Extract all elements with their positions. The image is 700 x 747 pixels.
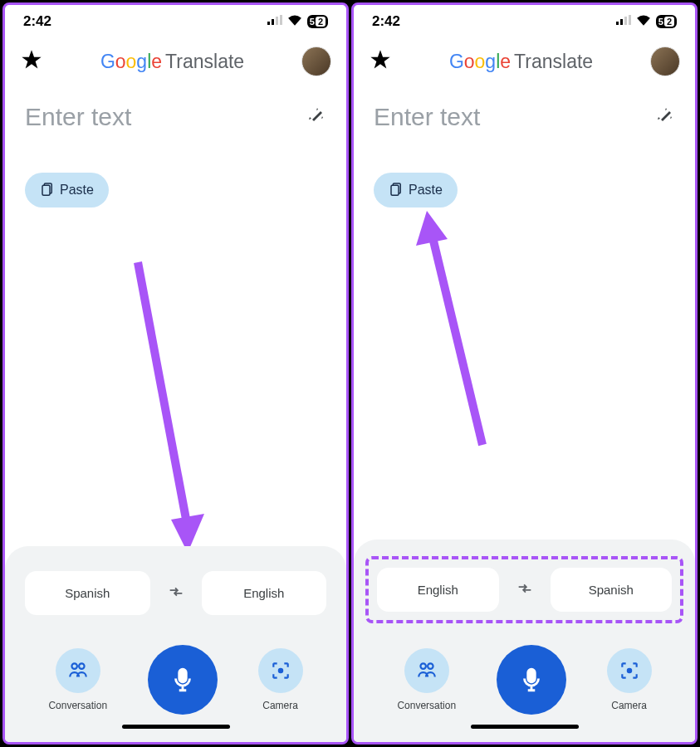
profile-avatar[interactable] <box>301 46 331 76</box>
microphone-button[interactable] <box>148 645 218 715</box>
swap-languages-button[interactable] <box>507 571 542 608</box>
swap-languages-button[interactable] <box>159 574 193 612</box>
camera-label: Camera <box>262 700 298 711</box>
input-placeholder: Enter text <box>25 103 131 131</box>
paste-button[interactable]: Paste <box>374 173 458 208</box>
cellular-signal-icon <box>616 13 631 30</box>
phone-screen-right: 2:42 52 GoogleTranslate Enter text Paste… <box>351 2 698 745</box>
svg-rect-5 <box>42 185 50 195</box>
paste-label: Paste <box>60 183 94 198</box>
status-icons: 52 <box>616 13 677 30</box>
camera-action[interactable]: Camera <box>258 648 303 711</box>
camera-icon <box>270 660 291 681</box>
home-indicator[interactable] <box>122 725 230 729</box>
svg-rect-14 <box>624 17 627 25</box>
app-logo: GoogleTranslate <box>449 51 593 73</box>
svg-point-23 <box>627 669 630 672</box>
status-time: 2:42 <box>23 13 51 30</box>
microphone-icon <box>517 666 546 694</box>
clipboard-icon <box>40 181 55 199</box>
svg-point-21 <box>428 663 433 669</box>
conversation-label: Conversation <box>48 700 107 711</box>
magic-wand-icon[interactable] <box>306 105 326 129</box>
status-bar: 2:42 52 <box>5 5 346 35</box>
svg-rect-22 <box>528 669 536 682</box>
conversation-icon <box>67 660 89 681</box>
svg-point-20 <box>420 663 426 669</box>
conversation-label: Conversation <box>397 700 456 711</box>
svg-rect-12 <box>616 22 619 25</box>
favorites-star-icon[interactable] <box>369 48 392 75</box>
svg-rect-0 <box>267 22 270 25</box>
camera-label: Camera <box>611 700 647 711</box>
swap-icon <box>516 579 534 598</box>
target-language-button[interactable]: English <box>202 571 327 615</box>
text-input-area[interactable]: Enter text <box>5 88 346 139</box>
microphone-button[interactable] <box>497 645 566 715</box>
svg-point-8 <box>71 663 77 669</box>
camera-action[interactable]: Camera <box>607 648 652 711</box>
language-selector-row: English Spanish <box>365 556 683 623</box>
conversation-action[interactable]: Conversation <box>48 648 107 711</box>
svg-rect-3 <box>280 15 282 25</box>
app-logo: GoogleTranslate <box>100 51 244 73</box>
swap-icon <box>167 583 185 601</box>
language-selector-row: Spanish English <box>20 566 331 620</box>
profile-avatar[interactable] <box>650 46 680 76</box>
status-icons: 52 <box>267 13 328 30</box>
target-language-button[interactable]: Spanish <box>551 568 673 612</box>
svg-rect-2 <box>276 17 278 25</box>
home-indicator[interactable] <box>471 725 579 729</box>
svg-rect-15 <box>629 15 631 25</box>
text-input-area[interactable]: Enter text <box>354 88 695 139</box>
magic-wand-icon[interactable] <box>655 105 675 129</box>
bottom-panel: English Spanish Conversation Camera <box>354 540 695 742</box>
input-placeholder: Enter text <box>374 103 480 131</box>
paste-label: Paste <box>409 183 443 198</box>
action-row: Conversation Camera <box>20 645 331 715</box>
cellular-signal-icon <box>267 13 282 30</box>
app-header: GoogleTranslate <box>354 35 695 88</box>
microphone-icon <box>169 666 197 694</box>
svg-point-11 <box>278 669 281 672</box>
phone-screen-left: 2:42 52 GoogleTranslate Enter text Paste… <box>2 2 349 745</box>
svg-rect-1 <box>272 19 274 25</box>
paste-button[interactable]: Paste <box>25 173 109 208</box>
conversation-icon <box>416 660 438 681</box>
svg-point-9 <box>79 663 85 669</box>
status-bar: 2:42 52 <box>354 5 695 35</box>
wifi-icon <box>636 13 651 30</box>
favorites-star-icon[interactable] <box>20 48 43 75</box>
action-row: Conversation Camera <box>369 645 680 715</box>
camera-icon <box>619 660 640 681</box>
status-time: 2:42 <box>372 13 400 30</box>
source-language-button[interactable]: English <box>377 568 499 612</box>
source-language-button[interactable]: Spanish <box>25 571 150 615</box>
conversation-action[interactable]: Conversation <box>397 648 456 711</box>
app-header: GoogleTranslate <box>5 35 346 88</box>
svg-rect-10 <box>179 669 187 682</box>
battery-icon: 52 <box>656 15 677 28</box>
svg-rect-13 <box>620 19 623 25</box>
wifi-icon <box>287 13 302 30</box>
bottom-panel: Spanish English Conversation Camera <box>5 546 346 742</box>
clipboard-icon <box>389 181 404 199</box>
svg-rect-17 <box>391 185 399 195</box>
battery-icon: 52 <box>307 15 328 28</box>
